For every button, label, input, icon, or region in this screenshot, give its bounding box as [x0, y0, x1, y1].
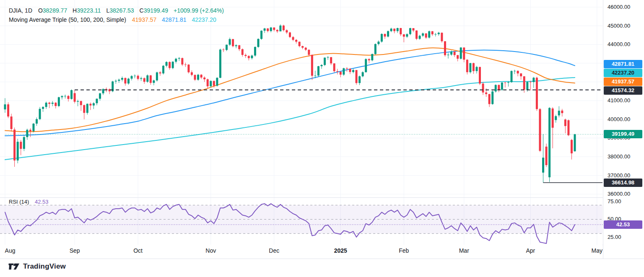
rsi-legend: RSI (14) 42.53: [9, 199, 49, 205]
bottom-border: [0, 259, 644, 259]
tradingview-logo-text: TradingView: [23, 262, 66, 271]
pane-divider[interactable]: [0, 197, 644, 198]
price-tick: 45000.00: [608, 23, 630, 29]
price-badge: 42237.20: [604, 69, 642, 77]
chart-root: DJIA, 1D O38289.77 H39223.11 L38267.53 C…: [0, 0, 644, 277]
symbol-legend: DJIA, 1D O38289.77 H39223.11 L38267.53 C…: [9, 6, 224, 24]
symbol-title[interactable]: DJIA, 1D: [9, 7, 32, 14]
price-axis[interactable]: 46000.0045000.0044000.0041000.0040000.00…: [603, 0, 644, 259]
time-axis-label: Feb: [399, 247, 409, 254]
time-axis-label: Oct: [133, 247, 143, 254]
close-label: C: [140, 7, 144, 14]
time-axis-label: Nov: [205, 247, 216, 254]
price-badge: 39199.49: [604, 130, 642, 138]
time-axis-label: Apr: [526, 247, 535, 254]
time-axis-label: Sep: [70, 247, 80, 254]
high-value: 39223.11: [77, 7, 101, 14]
time-axis-label: Mar: [459, 247, 469, 254]
rsi-indicator-label[interactable]: RSI (14): [9, 199, 29, 205]
time-axis-label: Dec: [269, 247, 279, 254]
time-axis-label: Aug: [5, 247, 16, 254]
time-axis[interactable]: AugSepOctNovDec2025FebMarAprMay: [0, 245, 602, 259]
tradingview-logo-icon: [8, 263, 20, 270]
tradingview-logo[interactable]: TradingView: [8, 262, 66, 271]
price-tick: 44000.00: [608, 41, 630, 47]
price-tick: 46000.00: [608, 4, 630, 10]
price-badge: 42871.81: [604, 60, 642, 68]
price-tick: 40000.00: [608, 116, 630, 122]
ma-indicator-label[interactable]: Moving Average Triple (50, 100, 200, Sim…: [9, 16, 126, 23]
time-axis-label: May: [592, 247, 602, 254]
open-label: O: [38, 7, 43, 14]
price-chart-canvas[interactable]: [0, 0, 644, 277]
price-badge: 36614.98: [604, 179, 642, 187]
rsi-tick: 25.00: [608, 234, 621, 240]
rsi-current-value: 42.53: [35, 199, 49, 205]
price-tick: 37000.00: [608, 173, 630, 179]
rsi-tick: 75.00: [608, 199, 621, 205]
change-value: +1009.99 (+2.64%): [174, 7, 224, 14]
price-tick: 41000.00: [608, 98, 630, 104]
price-badge: 41574.32: [604, 86, 642, 95]
rsi-badge: 42.53: [604, 220, 642, 229]
symbol-row: DJIA, 1D O38289.77 H39223.11 L38267.53 C…: [9, 6, 224, 15]
ma50-value: 41937.57: [132, 16, 156, 23]
close-value: 39199.49: [144, 7, 168, 14]
high-label: H: [73, 7, 77, 14]
price-tick: 38000.00: [608, 154, 630, 160]
open-value: 38289.77: [43, 7, 67, 14]
low-value: 38267.53: [109, 7, 134, 14]
time-axis-label: 2025: [334, 247, 347, 254]
ma200-value: 42237.20: [192, 16, 216, 23]
ma-indicator-row: Moving Average Triple (50, 100, 200, Sim…: [9, 15, 224, 24]
price-badge: 41937.57: [604, 78, 642, 86]
price-tick: 36000.00: [608, 191, 630, 197]
ma100-value: 42871.81: [162, 16, 186, 23]
